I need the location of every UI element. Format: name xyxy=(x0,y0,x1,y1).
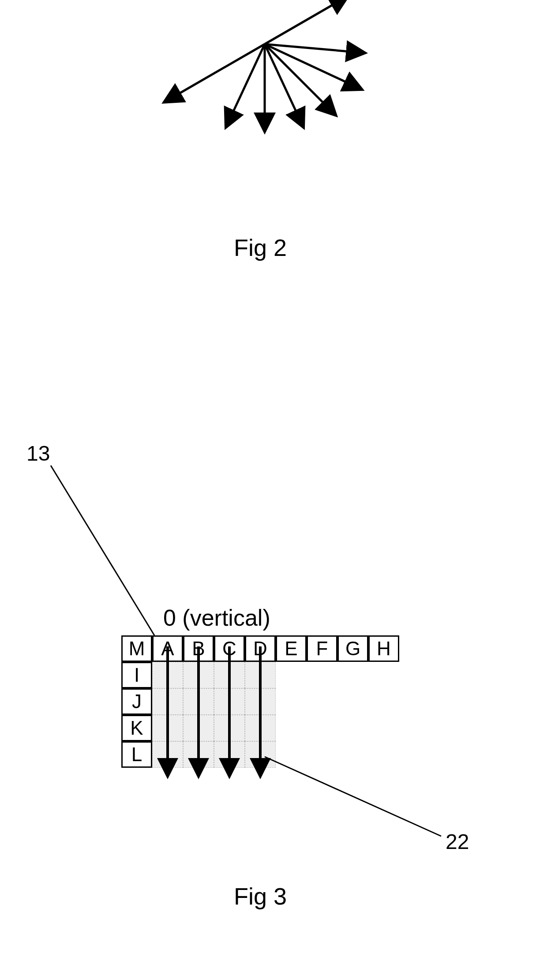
cell-G: G xyxy=(337,635,368,662)
grid-cell xyxy=(245,662,276,688)
leader-22 xyxy=(265,757,441,836)
cell-F: F xyxy=(307,635,337,662)
grid-cell xyxy=(245,715,276,741)
cell-I: I xyxy=(121,662,152,688)
grid-cell xyxy=(183,662,214,688)
mode-label: 0 (vertical) xyxy=(163,605,270,631)
grid-cell xyxy=(245,741,276,768)
cell-J: J xyxy=(121,688,152,715)
direction-arrow xyxy=(265,44,327,106)
cell-L: L xyxy=(121,741,152,768)
cell-A: A xyxy=(152,635,183,662)
leader-13 xyxy=(51,466,154,635)
direction-arrow xyxy=(265,44,352,52)
page: Fig 2 13 0 (vertical) M A B C D E F G H … xyxy=(0,0,536,980)
grid-cell xyxy=(214,741,245,768)
cell-B: B xyxy=(183,635,214,662)
fig2-label: Fig 2 xyxy=(234,234,287,261)
grid-cell xyxy=(152,741,183,768)
grid-cell xyxy=(214,688,245,715)
grid-cell xyxy=(183,715,214,741)
direction-arrow xyxy=(175,44,265,96)
direction-arrow xyxy=(265,2,337,44)
cell-E: E xyxy=(276,635,307,662)
direction-arrow xyxy=(265,44,298,116)
fig3-label: Fig 3 xyxy=(234,882,287,910)
cell-D: D xyxy=(245,635,276,662)
cell-C: C xyxy=(214,635,245,662)
fig2-arrows xyxy=(0,0,536,309)
grid-cell xyxy=(245,688,276,715)
direction-arrow xyxy=(265,44,351,84)
ref-13: 13 xyxy=(26,441,50,466)
cell-M: M xyxy=(121,635,152,662)
grid-cell xyxy=(152,688,183,715)
grid-cell xyxy=(183,688,214,715)
grid-cell xyxy=(183,741,214,768)
direction-arrow xyxy=(231,44,265,116)
ref-22: 22 xyxy=(446,830,469,854)
grid-cell xyxy=(152,662,183,688)
grid-cell xyxy=(214,662,245,688)
grid-cell xyxy=(214,715,245,741)
grid-cell xyxy=(152,715,183,741)
cell-H: H xyxy=(368,635,399,662)
cell-K: K xyxy=(121,715,152,741)
